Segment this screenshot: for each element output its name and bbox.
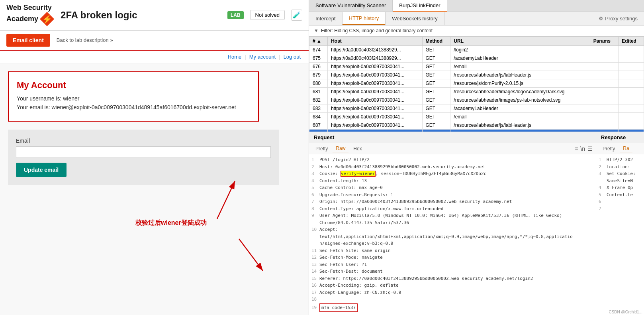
request-line: n/signed-exchange;v=b3;q=0.9	[311, 240, 593, 247]
cell-params	[590, 96, 619, 104]
table-row[interactable]: 681 https://exploit-0a0c00970030041... G…	[309, 88, 644, 96]
tab-intercept[interactable]: Intercept	[309, 12, 343, 25]
cell-method: GET	[422, 63, 450, 71]
request-line: text/html,application/xhtml+xml,applicat…	[311, 234, 593, 240]
col-header-params[interactable]: Params	[590, 37, 619, 46]
line-number: 4	[311, 178, 319, 185]
cell-params	[590, 113, 619, 121]
wrap-icon[interactable]: ≡	[575, 146, 578, 152]
table-row[interactable]: 675 https://0a0d00c403f241388929... GET …	[309, 54, 644, 63]
request-line: Chrome/84.0.4147.135 Safari/537.36	[311, 220, 593, 226]
table-row[interactable]: 676 https://exploit-0a0c00970030041... G…	[309, 63, 644, 71]
username-info: Your username is: wiener	[17, 95, 250, 102]
cell-params	[590, 71, 619, 79]
request-line: 5Cache-Control: max-age=0	[311, 185, 593, 191]
cell-id: 679	[309, 71, 328, 79]
tab-raw[interactable]: Raw	[333, 145, 348, 152]
list-icon[interactable]: ☰	[587, 146, 593, 152]
request-title: Request	[309, 132, 596, 143]
request-line: 18	[311, 296, 593, 303]
tab-resp-pretty[interactable]: Pretty	[599, 145, 618, 152]
table-row[interactable]: 680 https://exploit-0a0c00970030041... G…	[309, 79, 644, 88]
update-email-button[interactable]: Update email	[16, 163, 67, 177]
web-content: Home | My account | Log out My Account Y…	[0, 51, 309, 315]
action-bar: Email client Back to lab description »	[0, 31, 309, 51]
http-table: # ▲ Host Method URL Params Edited 674 ht…	[309, 36, 644, 132]
back-link[interactable]: Back to lab description »	[57, 37, 113, 43]
svg-line-1	[217, 181, 235, 219]
response-line: 7	[599, 206, 642, 213]
col-header-url[interactable]: URL	[450, 37, 590, 46]
cell-edited	[619, 121, 644, 130]
tab-resp-raw[interactable]: Ra	[620, 145, 632, 152]
lab-title: 2FA broken logic	[61, 10, 221, 21]
site-nav: Home | My account | Log out	[0, 51, 309, 63]
logo-area: Web Security Academy ⚡	[6, 4, 54, 26]
flask-icon[interactable]: 🧪	[291, 10, 302, 21]
response-line: 2Location:	[599, 164, 642, 171]
cell-method: GET	[422, 96, 450, 104]
annotation-text: 校验过后wiener登陆成功	[135, 219, 207, 227]
not-solved-button[interactable]: Not solved	[250, 10, 285, 20]
cookie-highlight: verify=wiener	[341, 171, 376, 177]
request-body[interactable]: 1POST /login2 HTTP/22Host: 0a0d00c403f24…	[309, 154, 596, 315]
tab-websockets-history[interactable]: WebSockets history	[386, 12, 444, 25]
line-number: 5	[311, 185, 319, 191]
table-row[interactable]: 684 https://exploit-0a0c00970030041... G…	[309, 113, 644, 121]
request-line: 6Upgrade-Insecure-Requests: 1	[311, 192, 593, 199]
right-panel: Software Vulnerability Scanner BurpJSLin…	[309, 0, 644, 315]
line-number: 12	[311, 254, 319, 261]
tab-http-history[interactable]: HTTP history	[343, 12, 386, 25]
line-number: 13	[311, 262, 319, 268]
request-line: 12Sec-Fetch-Mode: navigate	[311, 254, 593, 261]
line-number: 15	[311, 276, 319, 282]
cell-id: 687	[309, 121, 328, 130]
response-pane-tabs: Pretty Ra	[596, 143, 644, 154]
response-line: 6	[599, 199, 642, 205]
line-number: 19	[311, 305, 319, 311]
email-client-button[interactable]: Email client	[6, 34, 50, 47]
nav-home[interactable]: Home	[228, 54, 242, 60]
col-header-edited[interactable]: Edited	[619, 37, 644, 46]
http-table-wrapper[interactable]: # ▲ Host Method URL Params Edited 674 ht…	[309, 36, 644, 132]
table-row[interactable]: 679 https://exploit-0a0c00970030041... G…	[309, 71, 644, 79]
table-row[interactable]: 683 https://exploit-0a0c00970030041... G…	[309, 104, 644, 113]
response-line: 4X-Frame-Op	[599, 185, 642, 191]
table-row[interactable]: 687 https://exploit-0a0c00970030041... G…	[309, 121, 644, 130]
line-number: 18	[311, 296, 319, 303]
cell-params	[590, 88, 619, 96]
cell-id: 676	[309, 63, 328, 71]
request-line: 1POST /login2 HTTP/2	[311, 157, 593, 163]
cell-edited	[619, 54, 644, 63]
logo-text-1: Web Security	[6, 4, 54, 12]
table-row[interactable]: 682 https://exploit-0a0c00970030041... G…	[309, 96, 644, 104]
col-header-method[interactable]: Method	[422, 37, 450, 46]
proxy-settings-tab[interactable]: ⚙ Proxy settings	[592, 12, 644, 25]
cell-url: /academyLabHeader	[450, 54, 590, 63]
line-number: 2	[311, 164, 319, 171]
request-line: 7Origin: https://0a0d00c403f2413889295bb…	[311, 199, 593, 205]
tab-software-vulnerability-scanner[interactable]: Software Vulnerability Scanner	[309, 0, 393, 12]
email-input[interactable]	[16, 146, 271, 158]
back-link-text: Back to lab description	[57, 37, 109, 43]
table-row[interactable]: 674 https://0a0d00c403f241388929... GET …	[309, 46, 644, 54]
filter-bar[interactable]: ▼ Filter: Hiding CSS, image and general …	[309, 26, 644, 36]
request-line: 17Accept-Language: zh-CN,zh;q=0.9	[311, 289, 593, 296]
cell-method: GET	[422, 54, 450, 63]
request-line: 8Content-Type: application/x-www-form-ur…	[311, 206, 593, 213]
tab-burp-js-link-finder[interactable]: BurpJSLinkFinder	[393, 0, 447, 12]
col-header-id[interactable]: # ▲	[309, 37, 328, 46]
request-line: 3Cookie: verify=wiener; session=TDUBHyIh…	[311, 171, 593, 177]
request-line: 16Accept-Encoding: gzip, deflate	[311, 282, 593, 289]
col-header-host[interactable]: Host	[328, 37, 422, 46]
response-body[interactable]: 1HTTP/2 3022Location:3Set-Cookie: SameSi…	[596, 154, 644, 315]
cell-url: /resources/labheader/images/logoAcademyD…	[450, 88, 590, 96]
cell-host: https://exploit-0a0c00970030041...	[328, 71, 422, 79]
line-icon[interactable]: \n	[580, 146, 585, 152]
tab-pretty[interactable]: Pretty	[312, 145, 331, 152]
nav-log-out[interactable]: Log out	[284, 54, 301, 60]
nav-my-account[interactable]: My account	[249, 54, 276, 60]
account-box: My Account Your username is: wiener Your…	[8, 71, 259, 122]
tab-hex[interactable]: Hex	[350, 145, 365, 152]
cell-method: GET	[422, 46, 450, 54]
